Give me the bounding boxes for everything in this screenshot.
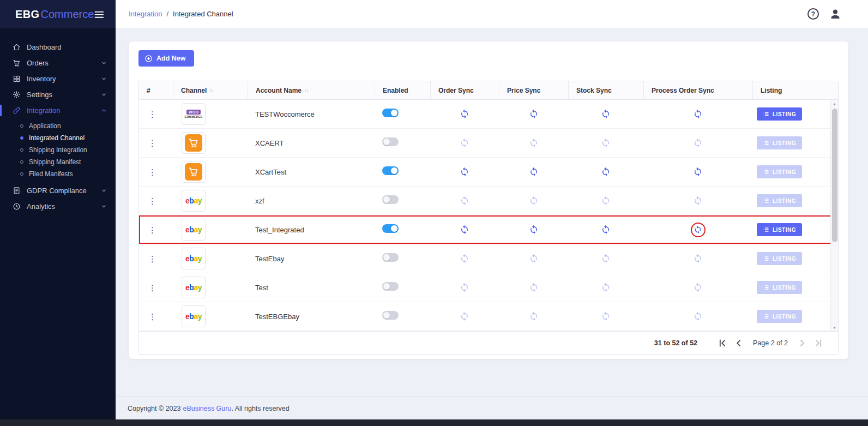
order-sync-icon[interactable] bbox=[460, 167, 469, 177]
enabled-toggle[interactable] bbox=[382, 166, 399, 175]
sidebar-item-analytics[interactable]: Analytics bbox=[0, 199, 116, 214]
row-menu-button[interactable]: ⋮ bbox=[139, 197, 173, 205]
doc-icon bbox=[13, 187, 21, 195]
breadcrumb-separator: / bbox=[166, 10, 168, 18]
process-order-sync-icon[interactable] bbox=[693, 311, 703, 321]
order-sync-icon[interactable] bbox=[460, 311, 469, 321]
process-order-sync-icon[interactable] bbox=[694, 225, 702, 234]
sidebar-subitem-application[interactable]: Application bbox=[0, 120, 116, 132]
sidebar-subitem-label: Shipping Manifest bbox=[29, 158, 81, 166]
row-menu-button[interactable]: ⋮ bbox=[139, 284, 173, 292]
listing-button-label: LISTING bbox=[773, 314, 796, 320]
plus-circle-icon bbox=[144, 55, 153, 63]
row-menu-button[interactable]: ⋮ bbox=[139, 313, 173, 321]
enabled-toggle[interactable] bbox=[382, 311, 399, 320]
process-order-sync-icon[interactable] bbox=[693, 283, 703, 292]
stock-sync-icon[interactable] bbox=[601, 138, 611, 148]
ebay-logo: ebay bbox=[182, 305, 206, 327]
listing-button[interactable]: LISTING bbox=[757, 281, 802, 294]
stock-sync-icon[interactable] bbox=[601, 109, 611, 119]
next-page-button[interactable] bbox=[797, 338, 807, 349]
row-menu-button[interactable]: ⋮ bbox=[139, 110, 173, 118]
sidebar-item-label: Orders bbox=[27, 59, 49, 67]
stock-sync-icon[interactable] bbox=[601, 225, 611, 235]
chevron-down-icon bbox=[101, 203, 107, 209]
sidebar-subitem-shipping-manifest[interactable]: Shipping Manifest bbox=[0, 156, 116, 168]
ebay-logo: ebay bbox=[182, 219, 206, 241]
process-order-sync-icon[interactable] bbox=[693, 196, 703, 206]
row-menu-button[interactable]: ⋮ bbox=[139, 139, 173, 147]
cart-icon bbox=[185, 134, 202, 152]
price-sync-icon[interactable] bbox=[529, 196, 539, 206]
user-avatar-icon[interactable] bbox=[829, 8, 842, 21]
listing-button[interactable]: LISTING bbox=[757, 136, 802, 149]
breadcrumb-parent[interactable]: Integration bbox=[129, 10, 162, 18]
order-sync-icon[interactable] bbox=[460, 225, 469, 235]
sidebar-item-dashboard[interactable]: Dashboard bbox=[0, 39, 116, 55]
scroll-thumb[interactable] bbox=[832, 109, 837, 242]
order-sync-icon[interactable] bbox=[460, 196, 469, 206]
price-sync-icon[interactable] bbox=[529, 225, 539, 235]
sidebar-item-label: Inventory bbox=[27, 75, 56, 83]
row-menu-button[interactable]: ⋮ bbox=[139, 168, 173, 176]
enabled-toggle[interactable] bbox=[382, 282, 399, 291]
hamburger-menu-icon[interactable] bbox=[94, 9, 105, 19]
order-sync-icon[interactable] bbox=[460, 283, 469, 292]
listing-button[interactable]: LISTING bbox=[757, 194, 802, 207]
scroll-up-arrow[interactable]: ▲ bbox=[831, 100, 839, 107]
listing-button[interactable]: LISTING bbox=[757, 223, 802, 236]
sidebar-item-orders[interactable]: Orders bbox=[0, 55, 116, 71]
price-sync-icon[interactable] bbox=[529, 254, 539, 263]
process-order-sync-icon[interactable] bbox=[693, 138, 703, 148]
sidebar-item-gdpr-compliance[interactable]: GDPR Compliance bbox=[0, 183, 116, 199]
listing-button[interactable]: LISTING bbox=[757, 107, 802, 121]
order-sync-icon[interactable] bbox=[460, 109, 469, 119]
prev-page-button[interactable] bbox=[733, 338, 744, 349]
ebusiness-guru-link[interactable]: eBusiness Guru bbox=[183, 405, 231, 412]
last-page-button[interactable] bbox=[813, 338, 824, 349]
price-sync-icon[interactable] bbox=[529, 283, 539, 292]
price-sync-icon[interactable] bbox=[529, 311, 539, 321]
listing-button[interactable]: LISTING bbox=[757, 310, 802, 323]
order-sync-icon[interactable] bbox=[460, 138, 469, 148]
order-sync-icon[interactable] bbox=[460, 254, 469, 263]
row-menu-button[interactable]: ⋮ bbox=[139, 255, 173, 263]
scroll-down-arrow[interactable]: ▼ bbox=[831, 323, 839, 331]
stock-sync-icon[interactable] bbox=[601, 254, 611, 263]
process-order-sync-icon[interactable] bbox=[693, 167, 703, 177]
vertical-scrollbar[interactable]: ▲▼ bbox=[830, 100, 838, 331]
price-sync-icon[interactable] bbox=[529, 138, 539, 148]
enabled-toggle[interactable] bbox=[382, 195, 399, 204]
pagination-bar: 31 to 52 of 52 Page 2 of 2 bbox=[139, 331, 838, 354]
sidebar-item-settings[interactable]: Settings bbox=[0, 87, 116, 103]
stock-sync-icon[interactable] bbox=[601, 196, 611, 206]
process-order-sync-icon[interactable] bbox=[693, 109, 703, 119]
sidebar-subitem-filed-manifests[interactable]: Filed Manifests bbox=[0, 168, 116, 180]
listing-button-label: LISTING bbox=[773, 169, 796, 175]
sidebar-item-integration[interactable]: Integration bbox=[0, 103, 116, 118]
sidebar-subitem-integrated-channel[interactable]: Integrated Channel bbox=[0, 132, 116, 144]
process-order-sync-icon[interactable] bbox=[693, 254, 703, 263]
first-page-button[interactable] bbox=[717, 338, 728, 349]
col-header-order-sync: Order Sync bbox=[430, 81, 499, 99]
enabled-toggle[interactable] bbox=[382, 224, 399, 233]
sidebar-subitem-shipping-integration[interactable]: Shipping Integration bbox=[0, 144, 116, 156]
listing-button[interactable]: LISTING bbox=[757, 252, 802, 265]
breadcrumb-current: Integrated Channel bbox=[173, 10, 233, 18]
enabled-toggle[interactable] bbox=[382, 109, 399, 117]
enabled-toggle[interactable] bbox=[382, 137, 399, 146]
enabled-toggle[interactable] bbox=[382, 253, 399, 262]
stock-sync-icon[interactable] bbox=[601, 311, 611, 321]
add-new-button[interactable]: Add New bbox=[138, 50, 194, 67]
account-name: TestEbay bbox=[248, 255, 375, 263]
row-menu-button[interactable]: ⋮ bbox=[139, 226, 173, 234]
price-sync-icon[interactable] bbox=[529, 109, 539, 119]
help-icon[interactable]: ? bbox=[807, 8, 819, 20]
stock-sync-icon[interactable] bbox=[601, 167, 611, 177]
listing-button[interactable]: LISTING bbox=[757, 165, 802, 178]
price-sync-icon[interactable] bbox=[529, 167, 539, 177]
stock-sync-icon[interactable] bbox=[601, 283, 611, 292]
sidebar-item-inventory[interactable]: Inventory bbox=[0, 71, 116, 87]
col-header-channel[interactable]: Channel↑↓ bbox=[173, 81, 248, 99]
col-header-account-name[interactable]: Account Name↑↓ bbox=[248, 81, 375, 99]
